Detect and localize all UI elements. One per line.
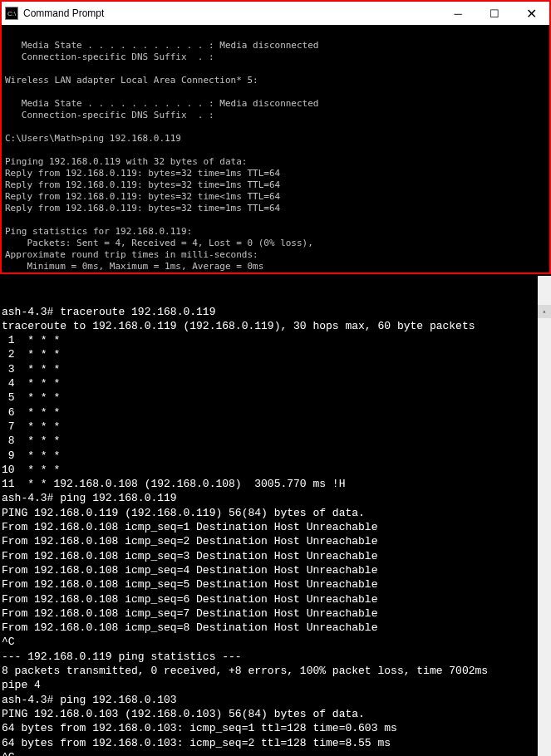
terminal-line <box>5 86 549 98</box>
terminal-line: Approximate round trip times in milli-se… <box>5 249 549 261</box>
terminal-line: From 192.168.0.108 icmp_seq=4 Destinatio… <box>2 563 549 577</box>
terminal-line: PING 192.168.0.103 (192.168.0.103) 56(84… <box>2 707 549 721</box>
terminal-line: From 192.168.0.108 icmp_seq=6 Destinatio… <box>2 592 549 606</box>
terminal-line <box>5 145 549 156</box>
terminal-line: --- 192.168.0.119 ping statistics --- <box>2 650 549 664</box>
terminal-line <box>5 63 549 75</box>
terminal-line: From 192.168.0.108 icmp_seq=2 Destinatio… <box>2 534 549 548</box>
scrollbar-track[interactable] <box>538 346 551 756</box>
terminal-line: traceroute to 192.168.0.119 (192.168.0.1… <box>2 319 549 333</box>
terminal-line <box>5 121 549 133</box>
terminal-line: 6 * * * <box>2 405 549 420</box>
terminal-line: ash-4.3# traceroute 192.168.0.119 <box>2 305 549 319</box>
terminal-line: Wireless LAN adapter Local Area Connecti… <box>5 75 549 86</box>
terminal-line <box>5 28 549 40</box>
terminal-line: 64 bytes from 192.168.0.103: icmp_seq=2 … <box>2 736 549 750</box>
titlebar[interactable]: C:\ Command Prompt ─ ☐ ✕ <box>2 2 549 25</box>
terminal-line: Minimum = 0ms, Maximum = 1ms, Average = … <box>5 261 549 272</box>
terminal-line: ^C <box>2 635 549 649</box>
terminal-line: 5 * * * <box>2 390 549 405</box>
terminal-line: ash-4.3# ping 192.168.0.103 <box>2 693 549 707</box>
terminal-line: 4 * * * <box>2 376 549 390</box>
terminal-line: pipe 4 <box>2 678 549 692</box>
maximize-button[interactable]: ☐ <box>476 2 513 25</box>
terminal-line: 8 * * * <box>2 434 549 448</box>
terminal-line: PING 192.168.0.119 (192.168.0.119) 56(84… <box>2 506 549 520</box>
terminal-line: ash-4.3# ping 192.168.0.119 <box>2 491 549 505</box>
bash-terminal-output[interactable]: ash-4.3# traceroute 192.168.0.119tracero… <box>0 276 551 756</box>
terminal-line: Reply from 192.168.0.119: bytes=32 time=… <box>5 203 549 214</box>
terminal-line: 7 * * * <box>2 420 549 434</box>
terminal-line: From 192.168.0.108 icmp_seq=1 Destinatio… <box>2 520 549 534</box>
terminal-line: Reply from 192.168.0.119: bytes=32 time<… <box>5 191 549 203</box>
terminal-line <box>5 214 549 226</box>
terminal-line: C:\Users\Math>ping 192.168.0.119 <box>5 133 549 145</box>
terminal-line: Connection-specific DNS Suffix . : <box>5 110 549 121</box>
terminal-line: Pinging 192.168.0.119 with 32 bytes of d… <box>5 156 549 168</box>
scrollbar[interactable]: ▴ ▾ <box>538 276 551 745</box>
terminal-line: Reply from 192.168.0.119: bytes=32 time=… <box>5 168 549 179</box>
terminal-line: 9 * * * <box>2 449 549 463</box>
terminal-line: ^C <box>2 750 549 756</box>
minimize-button[interactable]: ─ <box>440 2 476 25</box>
terminal-line: Reply from 192.168.0.119: bytes=32 time=… <box>5 179 549 191</box>
terminal-line: Media State . . . . . . . . . . . : Medi… <box>5 98 549 110</box>
terminal-line: Ping statistics for 192.168.0.119: <box>5 226 549 238</box>
terminal-line: 2 * * * <box>2 347 549 361</box>
close-button[interactable]: ✕ <box>513 2 549 25</box>
window-controls: ─ ☐ ✕ <box>440 2 549 25</box>
terminal-line: Packets: Sent = 4, Received = 4, Lost = … <box>5 238 549 249</box>
window-title: Command Prompt <box>23 7 440 19</box>
scrollbar-up-arrow[interactable]: ▴ <box>538 305 551 318</box>
terminal-line: 3 * * * <box>2 362 549 376</box>
terminal-line: Connection-specific DNS Suffix . : <box>5 52 549 63</box>
terminal-line: 8 packets transmitted, 0 received, +8 er… <box>2 664 549 678</box>
terminal-line: 1 * * * <box>2 333 549 347</box>
command-prompt-window: C:\ Command Prompt ─ ☐ ✕ Media State . .… <box>0 0 551 274</box>
terminal-line: From 192.168.0.108 icmp_seq=3 Destinatio… <box>2 549 549 563</box>
terminal-line: Media State . . . . . . . . . . . : Medi… <box>5 40 549 52</box>
cmd-icon: C:\ <box>5 7 18 20</box>
terminal-line: From 192.168.0.108 icmp_seq=7 Destinatio… <box>2 606 549 621</box>
terminal-line: 11 * * 192.168.0.108 (192.168.0.108) 300… <box>2 477 549 491</box>
terminal-line: 10 * * * <box>2 463 549 477</box>
terminal-line: From 192.168.0.108 icmp_seq=8 Destinatio… <box>2 621 549 635</box>
terminal-line: From 192.168.0.108 icmp_seq=5 Destinatio… <box>2 577 549 592</box>
terminal-line: 64 bytes from 192.168.0.103: icmp_seq=1 … <box>2 721 549 735</box>
